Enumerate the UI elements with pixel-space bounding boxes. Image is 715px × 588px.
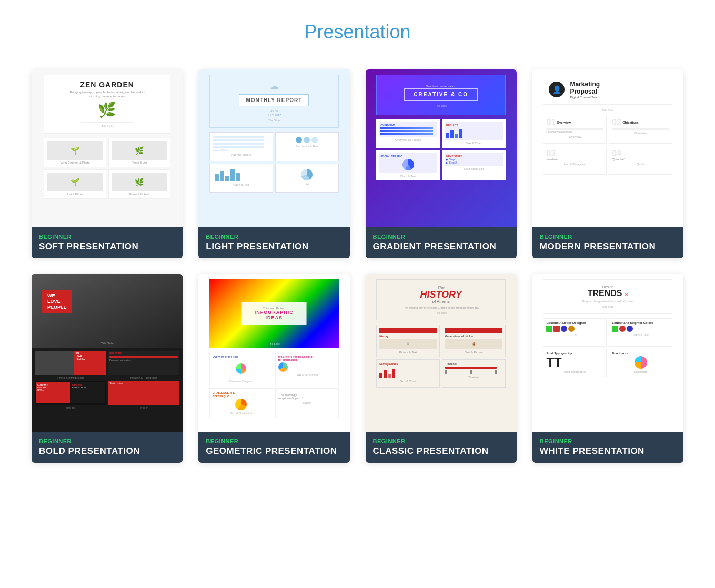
modern-main-slide: 👤 MarketingProposal Digital Content Team <box>543 75 672 105</box>
gradient-footer: BEGINNER GRADIENT PRESENTATION <box>366 227 517 258</box>
card-white[interactable]: Design TRENDS ✕ Graphic design trends th… <box>532 274 683 463</box>
card-geometric[interactable]: Color and Pattern INFOGRAPHIC IDEAS Titl… <box>198 274 349 463</box>
bold-label-2: Header & Paragraph <box>108 376 179 379</box>
light-slide-1: Missions & Values Agenda Bullets <box>209 132 273 161</box>
classic-slide-3: Demographics Text & Chart <box>376 359 440 388</box>
bold-level: BEGINNER <box>39 438 175 444</box>
soft-title: ZEN GARDEN <box>51 80 164 89</box>
white-small-grid: Become A Better Designer List Louder and… <box>543 318 672 377</box>
soft-img-1: 🌱 <box>47 141 103 160</box>
white-slide-4: Disclosure Disclosure <box>609 349 672 377</box>
modern-slide-3: 03 Icon details Icon & Paragraph <box>543 146 607 175</box>
white-trends: TRENDS ✕ <box>549 289 667 298</box>
card-soft[interactable]: ZEN GARDEN Bringing beauty to people, ha… <box>32 69 183 258</box>
white-label-4: Disclosure <box>612 370 669 373</box>
classic-slide-2: Generations of thinker 🏺 Text & Picture <box>442 325 506 357</box>
light-label-4: List <box>278 183 336 186</box>
card-gradient[interactable]: Gradient presentation CREATIVE & CO Titl… <box>366 69 517 258</box>
white-sub: Graphic design trends that will take ove… <box>549 300 667 303</box>
geo-footer: BEGINNER GEOMETRIC PRESENTATION <box>198 432 349 463</box>
white-label-1: List <box>546 333 603 337</box>
classic-label-1: Picture & Text <box>379 351 437 354</box>
modern-slide-4: 04 "Quote text" Quote <box>609 146 672 175</box>
classic-footer: BEGINNER CLASSIC PRESENTATION <box>366 432 517 463</box>
card-classic[interactable]: The HISTORY of Athens The leading city o… <box>366 274 517 463</box>
modern-label-2: Objectives <box>612 131 669 135</box>
light-level: BEGINNER <box>206 234 342 240</box>
classic-card-title: CLASSIC PRESENTATION <box>373 446 509 457</box>
soft-level: BEGINNER <box>39 234 175 240</box>
light-cloud-icon: ☁ <box>215 80 333 92</box>
classic-preview: The HISTORY of Athens The leading city o… <box>366 274 517 432</box>
classic-sub: The leading city of Ancient Greece in th… <box>382 306 500 309</box>
geo-title-text: INFOGRAPHIC IDEAS <box>250 310 298 320</box>
bold-preview: WELOVEPEOPLE Title Slide WELOVEPEOPLE Ph… <box>32 274 183 432</box>
light-preview: ☁ MONTHLY REPORT LIGHT JULY 2017 Title S… <box>198 69 349 227</box>
bold-slide-2: HEADLINE Paragraph text content Header &… <box>108 351 179 379</box>
geo-small-grid: Overview of the Tips Overview Diagram Wh… <box>209 352 339 418</box>
bold-slide-4: Stats content Infol v <box>108 381 179 409</box>
classic-label-3: Text & Chart <box>379 380 437 383</box>
modern-card-title: MODERN PRESENTATION <box>540 241 676 252</box>
geo-slide-4: "This seeminglycomplicated topics..." Qu… <box>275 388 339 418</box>
classic-slide-1: History 🏛 Picture & Text <box>376 325 440 357</box>
white-main-slide: Design TRENDS ✕ Graphic design trends th… <box>543 279 672 314</box>
gradient-level: BEGINNER <box>373 234 509 240</box>
white-slide-2: Louder and Brighter Colors Icons & Text <box>609 318 672 347</box>
modern-sub-title: Digital Content Team <box>570 96 600 99</box>
modern-tite-label: Title Slide <box>602 109 613 112</box>
gradient-preview: Gradient presentation CREATIVE & CO Titl… <box>366 69 517 227</box>
soft-label-1: Venn Diagram & Photo <box>47 161 103 164</box>
bold-small-grid: WELOVEPEOPLE Photo & Introduction HEADLI… <box>32 348 183 412</box>
bold-label-4: Infol v <box>108 406 179 409</box>
soft-preview: ZEN GARDEN Bringing beauty to people, ha… <box>32 69 183 227</box>
gradient-main-slide: Gradient presentation CREATIVE & CO Titl… <box>376 75 506 115</box>
geo-slide-2: Why Aren't People Lookingfor Information… <box>275 352 339 386</box>
soft-small-grid: 🌱 Venn Diagram & Photo 🌿 Photo & List 🌱 … <box>44 138 170 199</box>
bold-slide-1: WELOVEPEOPLE Photo & Introduction <box>35 351 106 379</box>
modern-footer: BEGINNER MODERN PRESENTATION <box>532 227 683 258</box>
gradient-slide-4: NEXT STEPS ▶ Step 1 ▶ Step 2 Next Steps … <box>442 150 506 180</box>
bold-label-1: Photo & Introduction <box>35 376 106 379</box>
classic-label-2: Text & Picture <box>445 351 502 354</box>
light-main-slide: ☁ MONTHLY REPORT LIGHT JULY 2017 Title S… <box>209 75 339 128</box>
white-design: Design <box>549 285 667 289</box>
geo-main-slide: Color and Pattern INFOGRAPHIC IDEAS Titl… <box>209 279 339 348</box>
classic-main-slide: The HISTORY of Athens The leading city o… <box>376 279 506 320</box>
page-title: Presentation <box>32 21 683 43</box>
soft-slide-3: 🌱 List & Photo <box>44 169 106 199</box>
soft-slide-4: 🌿 Photo & Bullets <box>108 169 170 199</box>
light-card-title: LIGHT PRESENTATION <box>206 241 342 252</box>
card-bold[interactable]: WELOVEPEOPLE Title Slide WELOVEPEOPLE Ph… <box>32 274 183 463</box>
modern-slide-1: 01 Overview Overview content details Ove… <box>543 115 607 144</box>
geo-label-4: Quote <box>278 401 336 404</box>
white-label-2: Icons & Text <box>612 333 669 337</box>
geo-label-1: Overview Diagram <box>213 380 270 383</box>
card-modern[interactable]: 👤 MarketingProposal Digital Content Team… <box>532 69 683 258</box>
geo-level: BEGINNER <box>206 438 342 444</box>
geo-label-2: Text & Illustration <box>278 373 336 377</box>
gradient-box: CREATIVE & CO <box>404 88 478 101</box>
modern-main-title: MarketingProposal <box>570 80 600 96</box>
classic-small-grid: History 🏛 Picture & Text Generations of … <box>376 325 506 388</box>
geo-tite-label: Title Slide <box>268 342 280 346</box>
bold-footer: BEGINNER BOLD PRESENTATION <box>32 432 183 463</box>
soft-label-2: Photo & List <box>112 161 167 164</box>
white-level: BEGINNER <box>540 438 676 444</box>
gradient-label-1: Overview List, Icons <box>379 138 437 141</box>
light-label-1: Agenda Bullets <box>213 153 270 156</box>
light-report-box: MONTHLY REPORT <box>239 94 309 106</box>
white-card-title: WHITE PRESENTATION <box>540 446 676 457</box>
white-preview: Design TRENDS ✕ Graphic design trends th… <box>532 274 683 432</box>
white-x-icon: ✕ <box>625 292 628 297</box>
light-label-2: List, Icons & Text <box>278 145 336 148</box>
card-light[interactable]: ☁ MONTHLY REPORT LIGHT JULY 2017 Title S… <box>198 69 349 258</box>
white-slide-1: Become A Better Designer List <box>543 318 607 347</box>
soft-footer: BEGINNER SOFT PRESENTATION <box>32 227 183 258</box>
gradient-slide-3: SOCIAL TRAFFIC Chart & Text <box>376 150 440 180</box>
modern-title-block: MarketingProposal Digital Content Team <box>570 80 600 99</box>
white-footer: BEGINNER WHITE PRESENTATION <box>532 432 683 463</box>
modern-label-3: Icon & Paragraph <box>546 163 603 166</box>
soft-card-title: SOFT PRESENTATION <box>39 241 175 252</box>
soft-sub: Bringing beauty to people, harmonizing o… <box>51 90 164 99</box>
